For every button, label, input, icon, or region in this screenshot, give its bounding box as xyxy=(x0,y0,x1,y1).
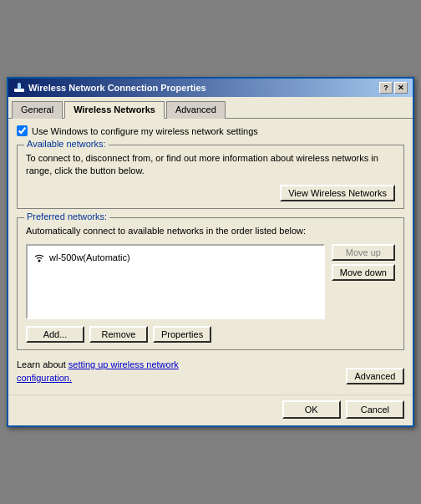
tab-content: Use Windows to configure my wireless net… xyxy=(8,119,413,391)
network-icon xyxy=(13,82,25,94)
close-button[interactable]: ✕ xyxy=(394,82,408,94)
add-button[interactable]: Add... xyxy=(26,326,84,343)
window-title: Wireless Network Connection Properties xyxy=(28,83,206,93)
move-up-button[interactable]: Move up xyxy=(332,244,395,261)
learn-prefix: Learn about xyxy=(17,359,68,369)
network-name: wl-500w(Automatic) xyxy=(49,252,130,262)
help-button[interactable]: ? xyxy=(379,82,393,94)
configure-checkbox-row: Use Windows to configure my wireless net… xyxy=(17,125,404,136)
preferred-networks-content: wl-500w(Automatic) Move up Move down xyxy=(26,244,395,319)
svg-point-3 xyxy=(38,260,41,262)
available-networks-group: Available networks: To connect to, disco… xyxy=(17,145,404,209)
available-networks-label: Available networks: xyxy=(24,139,109,149)
view-wireless-networks-button[interactable]: View Wireless Networks xyxy=(280,185,395,201)
dialog-buttons: OK Cancel xyxy=(8,395,413,425)
svg-point-2 xyxy=(18,83,21,86)
tab-advanced[interactable]: Advanced xyxy=(166,101,226,119)
wireless-item-icon xyxy=(33,251,46,264)
cancel-button[interactable]: Cancel xyxy=(346,400,404,419)
advanced-button[interactable]: Advanced xyxy=(346,368,404,384)
remove-button[interactable]: Remove xyxy=(89,326,148,343)
available-networks-desc: To connect to, disconnect from, or find … xyxy=(26,152,395,178)
ok-button[interactable]: OK xyxy=(282,400,341,419)
view-btn-row: View Wireless Networks xyxy=(26,185,395,201)
title-bar-left: Wireless Network Connection Properties xyxy=(13,82,206,94)
learn-text: Learn about setting up wireless network … xyxy=(17,359,217,384)
tab-wireless-networks[interactable]: Wireless Networks xyxy=(64,101,165,119)
preferred-networks-desc: Automatically connect to available netwo… xyxy=(26,225,395,237)
bottom-section: Learn about setting up wireless network … xyxy=(17,359,404,384)
tabs-container: General Wireless Networks Advanced xyxy=(8,97,413,119)
move-down-button[interactable]: Move down xyxy=(332,264,395,281)
network-list[interactable]: wl-500w(Automatic) xyxy=(26,244,325,319)
title-bar: Wireless Network Connection Properties ?… xyxy=(8,79,413,97)
preferred-networks-group: Preferred networks: Automatically connec… xyxy=(17,217,404,350)
move-buttons: Move up Move down xyxy=(332,244,395,281)
title-buttons: ? ✕ xyxy=(379,82,408,94)
list-item[interactable]: wl-500w(Automatic) xyxy=(31,249,320,266)
main-window: Wireless Network Connection Properties ?… xyxy=(7,77,414,427)
action-buttons: Add... Remove Properties xyxy=(26,326,395,343)
configure-checkbox[interactable] xyxy=(17,125,28,136)
tab-general[interactable]: General xyxy=(12,101,63,119)
configure-label: Use Windows to configure my wireless net… xyxy=(32,126,258,136)
preferred-networks-label: Preferred networks: xyxy=(24,211,109,221)
properties-button[interactable]: Properties xyxy=(153,326,211,343)
